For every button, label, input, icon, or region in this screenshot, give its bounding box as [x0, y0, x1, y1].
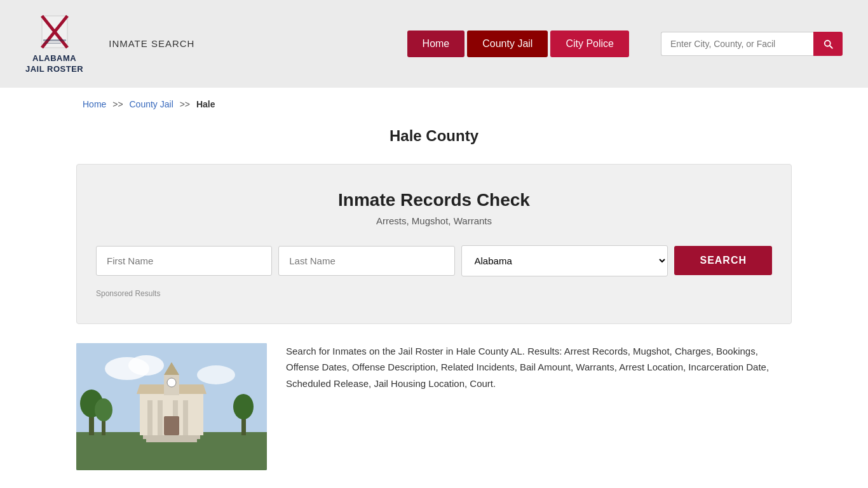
- main-nav: Home County Jail City Police: [407, 30, 629, 57]
- last-name-input[interactable]: [278, 246, 454, 276]
- nav-home-button[interactable]: Home: [407, 30, 465, 57]
- svg-rect-17: [147, 400, 153, 435]
- county-illustration: [76, 343, 267, 470]
- header-search-area: [661, 32, 843, 56]
- breadcrumb-current: Hale: [196, 99, 215, 109]
- search-icon: [822, 38, 834, 50]
- nav-county-jail-button[interactable]: County Jail: [467, 30, 548, 57]
- svg-point-15: [233, 394, 254, 419]
- svg-rect-23: [146, 439, 197, 442]
- breadcrumb-home-link[interactable]: Home: [83, 99, 106, 109]
- records-subtitle: Arrests, Mugshot, Warrants: [96, 215, 772, 226]
- logo-link[interactable]: ALABAMA JAIL ROSTER: [25, 13, 83, 75]
- svg-point-7: [128, 355, 164, 376]
- records-title: Inmate Records Check: [96, 190, 772, 210]
- svg-rect-4: [43, 43, 61, 44]
- sponsored-label: Sponsored Results: [96, 289, 772, 298]
- description-text: Search for Inmates on the Jail Roster in…: [286, 343, 792, 470]
- header-search-button[interactable]: [813, 32, 843, 56]
- records-check-box: Inmate Records Check Arrests, Mugshot, W…: [76, 164, 792, 324]
- breadcrumb-sep-2: >>: [180, 99, 190, 109]
- svg-rect-22: [143, 435, 200, 439]
- breadcrumb: Home >> County Jail >> Hale: [0, 88, 868, 121]
- records-search-button[interactable]: SEARCH: [674, 246, 772, 275]
- svg-point-13: [95, 398, 112, 421]
- header: ALABAMA JAIL ROSTER INMATE SEARCH Home C…: [0, 0, 868, 88]
- svg-rect-18: [158, 400, 163, 435]
- svg-rect-20: [183, 400, 188, 435]
- inmate-search-form: AlabamaAlaskaArizonaArkansasCaliforniaCo…: [96, 245, 772, 276]
- svg-rect-3: [43, 39, 66, 41]
- svg-rect-27: [164, 416, 179, 435]
- breadcrumb-sep-1: >>: [112, 99, 123, 109]
- page-title: Hale County: [0, 127, 868, 145]
- bottom-section: Search for Inmates on the Jail Roster in…: [0, 343, 868, 488]
- inmate-search-label: INMATE SEARCH: [109, 38, 194, 49]
- county-image: [76, 343, 267, 470]
- state-select[interactable]: AlabamaAlaskaArizonaArkansasCaliforniaCo…: [461, 245, 668, 276]
- nav-city-police-button[interactable]: City Police: [550, 30, 629, 57]
- breadcrumb-county-jail-link[interactable]: County Jail: [130, 99, 173, 109]
- svg-point-26: [167, 378, 176, 387]
- first-name-input[interactable]: [96, 246, 272, 276]
- header-search-input[interactable]: [661, 32, 813, 56]
- logo-text: ALABAMA JAIL ROSTER: [25, 53, 83, 75]
- svg-point-8: [197, 365, 235, 384]
- logo-icon: [36, 13, 74, 51]
